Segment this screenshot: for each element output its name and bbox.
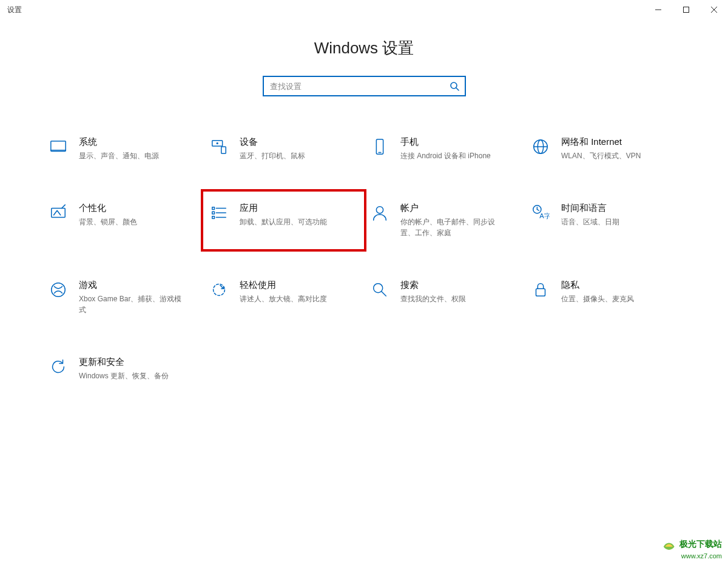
- search-box[interactable]: [263, 76, 466, 96]
- search-tile-icon: [368, 281, 392, 299]
- svg-rect-32: [536, 289, 545, 296]
- window-controls: [644, 0, 728, 19]
- watermark-line2: www.xz7.com: [681, 552, 722, 560]
- tile-system[interactable]: 系统 显示、声音、通知、电源: [42, 133, 203, 165]
- tile-ease-of-access[interactable]: 轻松使用 讲述人、放大镜、高对比度: [203, 276, 364, 319]
- tile-desc: 讲述人、放大镜、高对比度: [240, 293, 343, 304]
- tile-title: 搜索: [400, 279, 519, 291]
- svg-point-29: [214, 284, 225, 296]
- svg-point-23: [376, 207, 383, 213]
- tile-title: 时间和语言: [561, 202, 679, 214]
- tile-title: 系统: [79, 136, 197, 148]
- svg-line-5: [456, 88, 459, 90]
- tile-time-language[interactable]: A字 时间和语言 语音、区域、日期: [525, 199, 686, 242]
- tile-desc: 查找我的文件、权限: [400, 293, 504, 304]
- maximize-button[interactable]: [672, 0, 700, 19]
- tile-title: 隐私: [561, 279, 679, 291]
- tile-accounts[interactable]: 帐户 你的帐户、电子邮件、同步设置、工作、家庭: [364, 199, 525, 242]
- tile-privacy[interactable]: 隐私 位置、摄像头、麦克风: [525, 276, 686, 319]
- watermark-line1: 极光下载站: [679, 540, 722, 549]
- tile-phone[interactable]: 手机 连接 Android 设备和 iPhone: [364, 133, 525, 165]
- svg-line-26: [537, 209, 539, 210]
- tile-title: 个性化: [79, 202, 197, 214]
- tile-personalization[interactable]: 个性化 背景、锁屏、颜色: [42, 199, 203, 242]
- gaming-icon: [46, 281, 70, 299]
- tile-desc: 背景、锁屏、颜色: [79, 216, 182, 227]
- svg-point-10: [217, 142, 218, 144]
- tile-desc: 蓝牙、打印机、鼠标: [240, 150, 343, 161]
- devices-icon: [207, 138, 231, 156]
- privacy-icon: [528, 281, 553, 299]
- search-input[interactable]: [264, 77, 444, 95]
- tile-desc: WLAN、飞行模式、VPN: [561, 150, 664, 161]
- close-button[interactable]: [700, 0, 728, 19]
- tile-apps[interactable]: 应用 卸载、默认应用、可选功能: [201, 189, 366, 252]
- watermark-icon: [662, 538, 675, 552]
- svg-rect-9: [221, 147, 226, 153]
- svg-rect-1: [684, 7, 689, 13]
- tile-title: 轻松使用: [240, 279, 358, 291]
- svg-rect-19: [212, 212, 215, 214]
- tile-title: 网络和 Internet: [561, 136, 679, 148]
- tile-devices[interactable]: 设备 蓝牙、打印机、鼠标: [203, 133, 364, 165]
- personalization-icon: [46, 204, 70, 222]
- tile-search[interactable]: 搜索 查找我的文件、权限: [364, 276, 525, 319]
- tile-title: 帐户: [400, 202, 519, 214]
- tile-update-security[interactable]: 更新和安全 Windows 更新、恢复、备份: [42, 353, 203, 385]
- tile-title: 游戏: [79, 279, 197, 291]
- tile-desc: 你的帐户、电子邮件、同步设置、工作、家庭: [400, 216, 504, 238]
- apps-icon: [207, 204, 231, 222]
- tile-desc: Windows 更新、恢复、备份: [79, 370, 182, 381]
- svg-line-31: [382, 292, 386, 296]
- tile-desc: Xbox Game Bar、捕获、游戏模式: [79, 293, 182, 315]
- tile-title: 更新和安全: [79, 356, 197, 368]
- svg-rect-16: [52, 209, 66, 218]
- settings-grid: 系统 显示、声音、通知、电源 设备 蓝牙、打印机、鼠标 手机 连接 Androi…: [36, 133, 692, 385]
- tile-desc: 语音、区域、日期: [561, 216, 664, 227]
- svg-text:A字: A字: [539, 212, 550, 219]
- window-title: 设置: [7, 5, 22, 15]
- search-icon[interactable]: [444, 77, 465, 95]
- tile-gaming[interactable]: 游戏 Xbox Game Bar、捕获、游戏模式: [42, 276, 203, 319]
- tile-desc: 位置、摄像头、麦克风: [561, 293, 664, 304]
- tile-title: 设备: [240, 136, 358, 148]
- update-icon: [46, 358, 70, 376]
- tile-title: 手机: [400, 136, 519, 148]
- minimize-button[interactable]: [644, 0, 672, 19]
- watermark: 极光下载站 www.xz7.com: [662, 538, 722, 561]
- tile-network[interactable]: 网络和 Internet WLAN、飞行模式、VPN: [525, 133, 686, 165]
- svg-rect-11: [376, 139, 383, 154]
- svg-point-28: [52, 283, 66, 297]
- time-language-icon: A字: [528, 204, 553, 222]
- svg-rect-8: [212, 141, 223, 146]
- accounts-icon: [368, 204, 392, 222]
- titlebar: 设置: [0, 0, 728, 19]
- tile-title: 应用: [240, 202, 358, 214]
- tile-desc: 连接 Android 设备和 iPhone: [400, 150, 504, 161]
- page-title: Windows 设置: [0, 38, 728, 59]
- ease-of-access-icon: [207, 281, 231, 299]
- system-icon: [46, 138, 70, 156]
- tile-desc: 显示、声音、通知、电源: [79, 150, 182, 161]
- tile-desc: 卸载、默认应用、可选功能: [240, 216, 343, 227]
- network-icon: [528, 138, 553, 156]
- header: Windows 设置: [0, 38, 728, 96]
- phone-icon: [368, 138, 392, 156]
- svg-rect-21: [212, 216, 215, 219]
- svg-rect-17: [212, 207, 215, 210]
